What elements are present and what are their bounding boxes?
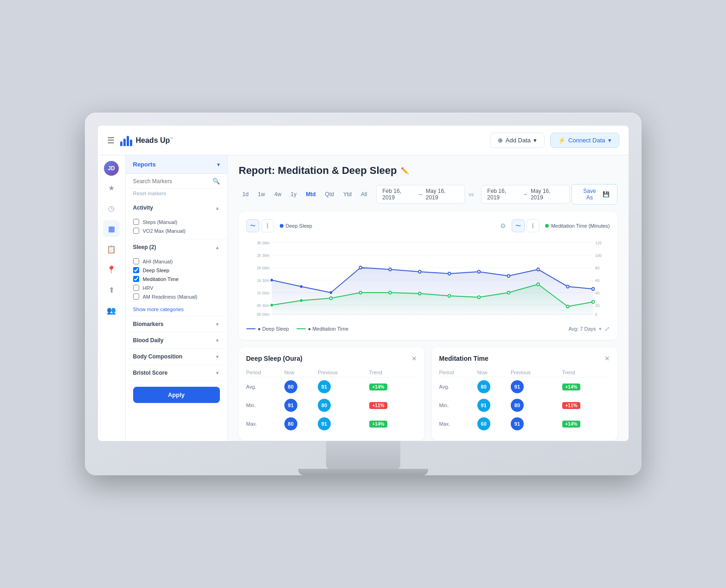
am-readiness-checkbox[interactable]	[133, 294, 139, 300]
category-sleep-header[interactable]: Sleep (2) ▲	[126, 239, 227, 255]
now-max: 80	[284, 415, 318, 433]
search-box: 🔍	[126, 174, 227, 189]
period-qtd-button[interactable]: Qtd	[321, 189, 338, 200]
hrv-checkbox[interactable]	[133, 285, 139, 291]
svg-point-33	[591, 288, 594, 290]
svg-point-45	[566, 305, 569, 308]
category-bristol-score-header[interactable]: Bristol Score ▼	[126, 365, 227, 381]
period-min: Min.	[439, 396, 477, 415]
meditation-legend: Meditation Time (Minutes)	[545, 223, 610, 229]
bar-chart-button[interactable]: ⦚	[261, 219, 274, 232]
sidebar-item-doc[interactable]: 📋	[103, 241, 120, 257]
list-item: HRV	[133, 283, 220, 292]
sidebar-item-share[interactable]: ⬆	[103, 281, 120, 298]
prev-avg: 91	[318, 377, 369, 396]
compare-date-end: May 16, 2019	[531, 188, 564, 201]
line-chart-button[interactable]: 〜	[246, 219, 259, 232]
deep-sleep-card-title: Deep Sleep (Oura)	[246, 355, 302, 362]
now-avg: 80	[477, 377, 511, 396]
edit-icon[interactable]: ✏️	[401, 167, 409, 174]
period-min: Min.	[246, 396, 284, 415]
category-blood-daily-header[interactable]: Blood Daily ▼	[126, 332, 227, 348]
meditation-time-checkbox[interactable]	[133, 276, 139, 282]
svg-point-38	[359, 291, 361, 294]
sidebar-item-home[interactable]: ★	[103, 179, 120, 196]
meditation-close-button[interactable]: ✕	[604, 355, 610, 362]
svg-point-24	[329, 291, 332, 294]
deep-sleep-checkbox[interactable]	[133, 267, 139, 273]
settings-icon[interactable]: ⚙	[500, 222, 506, 230]
period-1w-button[interactable]: 1w	[254, 189, 269, 200]
chart-svg: 3h 00m 2h 30m 2h 00m 1h 30m 1h 00m 0h 30…	[246, 238, 610, 321]
table-row: Avg. 80 91 +14%	[246, 377, 417, 396]
topnav-right: ⊕ Add Data ▾ ⚡ Connect Data ▾	[490, 133, 619, 148]
svg-text:0: 0	[595, 312, 598, 317]
prev-avg: 91	[511, 377, 562, 396]
category-body-composition-header[interactable]: Body Composition ▼	[126, 349, 227, 364]
period-1d-button[interactable]: 1d	[239, 189, 252, 200]
add-data-button[interactable]: ⊕ Add Data ▾	[490, 133, 545, 148]
avatar[interactable]: JD	[104, 161, 119, 176]
right-bar-chart-button[interactable]: ⦚	[527, 219, 540, 232]
date-controls: 1d 1w 4w 1y Mtd Qtd Ytd All Feb 16, 2019…	[239, 184, 617, 205]
search-input[interactable]	[133, 178, 209, 185]
report-title-row: Report: Meditation & Deep Sleep ✏️	[239, 165, 617, 177]
ahi-checkbox[interactable]	[133, 258, 139, 264]
deep-sleep-legend-label: Deep Sleep	[286, 223, 313, 229]
sidebar-item-clock[interactable]: ◷	[103, 200, 120, 217]
period-mtd-button[interactable]: Mtd	[302, 189, 319, 200]
now-min: 91	[477, 396, 511, 415]
right-line-chart-button[interactable]: 〜	[512, 219, 525, 232]
deep-sleep-close-button[interactable]: ✕	[411, 355, 417, 362]
vo2-checkbox[interactable]	[133, 228, 139, 234]
col-period: Period	[246, 368, 284, 377]
menu-icon[interactable]: ☰	[107, 135, 115, 146]
svg-point-39	[389, 291, 391, 294]
period-4w-button[interactable]: 4w	[270, 189, 285, 200]
connect-data-button[interactable]: ⚡ Connect Data ▾	[550, 133, 619, 148]
prev-min: 80	[511, 396, 562, 415]
table-row: Max. 80 91 +14%	[246, 415, 417, 433]
apply-button[interactable]: Apply	[133, 387, 220, 403]
period-1y-button[interactable]: 1y	[287, 189, 301, 200]
show-more-categories-link[interactable]: Show more categories	[126, 305, 227, 316]
sidebar-item-users[interactable]: 👥	[103, 302, 120, 319]
date-range-compare[interactable]: Feb 16, 2019 → May 16, 2019	[481, 185, 570, 204]
col-trend: Trend	[562, 368, 610, 377]
monitor-base	[298, 469, 428, 475]
topnav-left: ☰ Heads Up™	[107, 135, 174, 146]
panel-title: Reports	[133, 161, 156, 168]
category-body-composition: Body Composition ▼	[126, 349, 227, 365]
category-bristol-score-title: Bristol Score	[133, 370, 168, 376]
plug-icon: ⚡	[558, 137, 565, 144]
save-as-button[interactable]: Save As 💾	[572, 184, 617, 205]
expand-icon[interactable]: ⤢	[604, 325, 610, 332]
table-row: Min. 91 80 +11%	[439, 396, 610, 415]
right-chart-type-buttons: 〜 ⦚	[512, 219, 540, 232]
reset-markers-link[interactable]: Reset markers	[126, 189, 227, 200]
col-now: Now	[284, 368, 318, 377]
category-body-composition-title: Body Composition	[133, 353, 183, 360]
chevron-down-icon[interactable]: ▾	[599, 326, 602, 332]
period-all-button[interactable]: All	[357, 189, 371, 200]
category-activity-header[interactable]: Activity ▲	[126, 200, 227, 216]
svg-point-29	[477, 270, 480, 273]
svg-text:1h 00m: 1h 00m	[257, 291, 269, 295]
category-sleep: Sleep (2) ▲ AHI (Manual) Deep Sleep	[126, 239, 227, 316]
period-avg: Avg.	[246, 377, 284, 396]
table-row: Max. 60 91 +14%	[439, 415, 610, 433]
sidebar-item-reports[interactable]: ▦	[103, 220, 120, 237]
arrow-icon: →	[418, 191, 423, 198]
category-biomarkers-header[interactable]: Biomarkers ▼	[126, 316, 227, 332]
trend-max: +14%	[562, 415, 610, 433]
chevron-up-icon: ▲	[215, 205, 220, 211]
main-panel: Report: Meditation & Deep Sleep ✏️ 1d 1w…	[228, 155, 629, 441]
period-ytd-button[interactable]: Ytd	[340, 189, 355, 200]
date-range-current[interactable]: Feb 16, 2019 → May 16, 2019	[376, 185, 465, 204]
monitor-stand	[326, 441, 400, 469]
arrow-icon: →	[522, 191, 528, 198]
svg-text:100: 100	[595, 253, 602, 258]
category-activity-title: Activity	[133, 205, 153, 211]
steps-checkbox[interactable]	[133, 219, 139, 225]
sidebar-item-pin[interactable]: 📍	[103, 261, 120, 278]
